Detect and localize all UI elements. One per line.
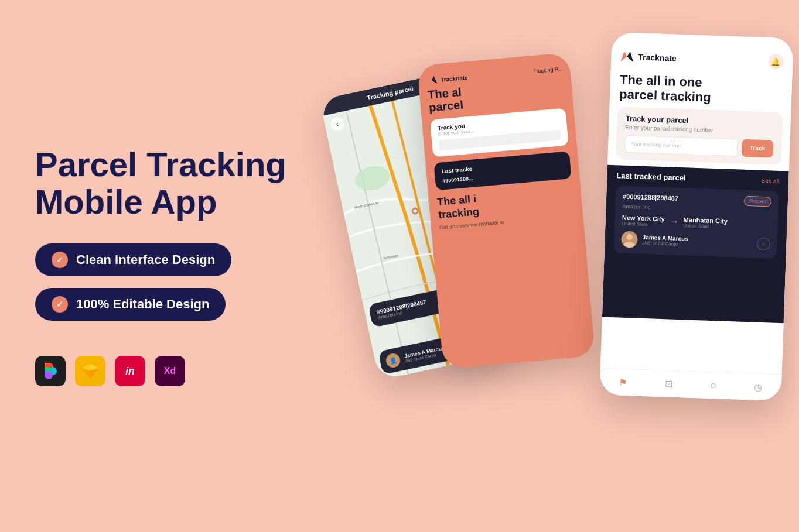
phone3-nav-search[interactable]: ⊡	[664, 378, 672, 389]
phone3-track-button[interactable]: Track	[741, 139, 773, 157]
phones-section: North Bethesda Kensington Bethesda Chevy…	[301, 0, 799, 532]
phone3-shipped-tag: Shipped	[743, 195, 771, 207]
feature-badge-2: ✓ 100% Editable Design	[35, 288, 226, 321]
phone3-driver-row: James A Marcus JNE Truck Cargo ○	[621, 231, 770, 252]
phone3-logo-icon	[620, 51, 634, 62]
phone2-decoration	[558, 325, 595, 369]
svg-marker-21	[627, 52, 634, 62]
phone3-title: The all in one parcel tracking	[609, 68, 792, 112]
phone3-track-card: Track your parcel Enter your parcel trac…	[616, 107, 783, 165]
left-section: Parcel Tracking Mobile App ✓ Clean Inter…	[35, 0, 340, 532]
phone3-parcel-card: #90091288|298487 Shipped Amazon.Inc New …	[614, 186, 779, 259]
phone3-logo-row: Tracknate	[620, 51, 677, 63]
phone3-last-tracked-header: Last tracked parcel See all	[616, 171, 779, 186]
phone1-driver-avatar: 👤	[385, 352, 401, 369]
tool-icons-row: in Xd	[35, 356, 340, 386]
phone3-parcel-number: #90091288|298487	[623, 193, 678, 202]
phone3-see-all[interactable]: See all	[761, 177, 779, 184]
xd-icon: Xd	[155, 356, 185, 386]
phone2-tracking-label: Tracking P...	[533, 66, 562, 74]
figma-icon	[35, 356, 66, 386]
sketch-icon	[75, 356, 105, 386]
svg-marker-20	[620, 51, 627, 61]
feature-badge-1: ✓ Clean Interface Design	[35, 243, 231, 276]
check-icon-1: ✓	[52, 252, 68, 268]
phone2-app-name: Tracknate	[441, 74, 468, 83]
phone3-dark-section: Last tracked parcel See all #90091288|29…	[602, 164, 789, 323]
phone3-notification-bell[interactable]: 🔔	[768, 54, 784, 70]
invision-icon: in	[115, 356, 145, 386]
check-icon-2: ✓	[52, 296, 68, 313]
feature-2-text: 100% Editable Design	[76, 297, 209, 312]
phone3-route-row: New York City United State → Manhatan Ci…	[622, 214, 771, 231]
main-title: Parcel Tracking Mobile App	[35, 146, 340, 221]
phone3-app-name: Tracknate	[638, 52, 677, 63]
feature-1-text: Clean Interface Design	[76, 252, 215, 267]
phone3-track-input[interactable]: Your tracking number	[624, 135, 739, 156]
phone-2: Tracknate Tracking P... The al parcel Tr…	[417, 53, 595, 369]
phone2-last-tracked-card: Last tracke #90091288...	[433, 151, 571, 190]
phone3-last-tracked-label: Last tracked parcel	[616, 171, 686, 182]
phone3-route-arrow: →	[669, 216, 679, 227]
phone3-nav-home[interactable]: ⚑	[619, 377, 627, 388]
svg-marker-18	[426, 76, 432, 85]
phone2-track-card: Track you Enter your para...	[430, 108, 569, 157]
phone3-track-input-row: Your tracking number Track	[624, 135, 774, 157]
phone-3: Tracknate 🔔 The all in one parcel tracki…	[599, 32, 793, 401]
phone3-driver-avatar	[621, 231, 638, 248]
phone3-nav-settings[interactable]: ◷	[754, 382, 763, 393]
phone3-nav-profile[interactable]: ○	[710, 379, 717, 392]
svg-marker-19	[431, 75, 437, 84]
phone3-driver-action-button[interactable]: ○	[757, 237, 770, 250]
phone3-nav-bar: ⚑ ⊡ ○ ◷	[599, 368, 781, 401]
phone2-logo-icon	[426, 75, 438, 85]
